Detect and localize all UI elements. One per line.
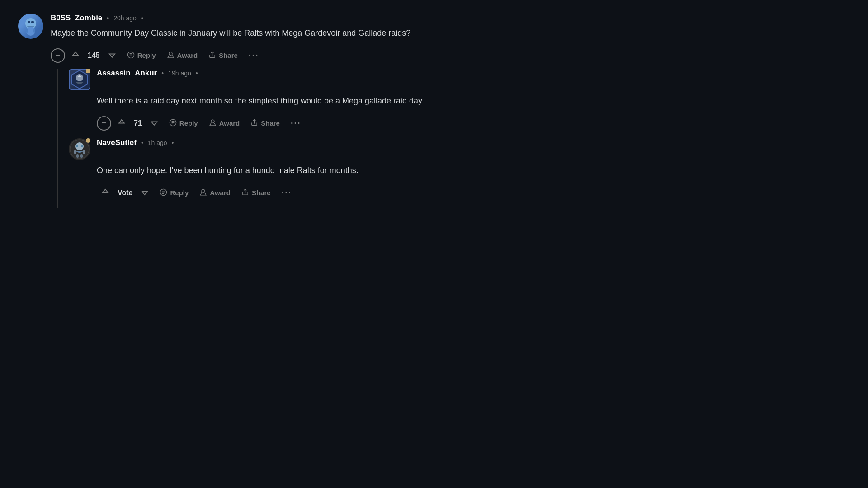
separator: • [107, 14, 109, 22]
replies-section: Assassin_Ankur • 19h ago • Well there is… [51, 69, 615, 208]
share-label: Share [252, 189, 271, 197]
upvote-icon [101, 188, 109, 197]
downvote-icon [108, 51, 116, 60]
comment-header: NaveSutlef • 1h ago • [97, 138, 615, 147]
reply-label: Reply [179, 119, 198, 127]
upvote-button[interactable] [113, 116, 130, 131]
more-button[interactable]: ··· [244, 47, 264, 63]
action-bar: Vote [69, 185, 615, 201]
award-button[interactable]: Award [204, 116, 245, 131]
downvote-icon [150, 118, 158, 128]
award-icon [199, 188, 207, 197]
thread-line [57, 69, 58, 208]
upvote-button[interactable] [67, 48, 84, 63]
award-icon [167, 51, 175, 60]
svg-point-1 [28, 21, 30, 23]
share-button[interactable]: Share [237, 186, 275, 200]
vote-count: 145 [88, 52, 100, 60]
upvote-icon [118, 118, 126, 128]
award-icon [209, 119, 217, 128]
upvote-icon [71, 51, 80, 60]
downvote-button[interactable] [104, 48, 121, 63]
svg-rect-18 [81, 145, 83, 147]
timestamp: 19h ago [168, 70, 191, 77]
minus-icon: − [56, 51, 61, 60]
reply-text: One can only hope. I've been hunting for… [69, 164, 615, 177]
share-label: Share [261, 119, 280, 127]
more-icon: ··· [282, 188, 292, 198]
reply-text: Well there is a raid day next month so t… [69, 95, 615, 107]
reply-label: Reply [137, 52, 156, 59]
share-button[interactable]: Share [246, 116, 284, 131]
reply-header-row: Assassin_Ankur • 19h ago • [69, 69, 615, 90]
svg-point-13 [211, 120, 214, 123]
username: B0SS_Zombie [51, 14, 102, 23]
upvote-button[interactable] [97, 185, 114, 200]
action-bar: − 145 [51, 47, 615, 63]
downvote-icon [141, 188, 149, 197]
comment-header: B0SS_Zombie • 20h ago • [51, 14, 615, 23]
reply-button[interactable]: Reply [155, 186, 193, 200]
avatar-dot [86, 69, 90, 73]
downvote-button[interactable] [146, 116, 163, 131]
username: NaveSutlef [97, 138, 137, 147]
more-button[interactable]: ··· [277, 185, 297, 201]
avatar-dot [86, 138, 90, 143]
comment-text: Maybe the Community Day Classic in Janua… [51, 27, 615, 39]
reply-body: Assassin_Ankur • 19h ago • [97, 69, 615, 82]
root-comment: B0SS_Zombie • 20h ago • Maybe the Commun… [18, 14, 615, 63]
svg-rect-19 [74, 150, 76, 154]
vote-label: Vote [118, 189, 132, 197]
avatar-wrapper [69, 138, 90, 160]
plus-icon: + [102, 118, 107, 128]
share-label: Share [219, 52, 238, 59]
reply-label: Reply [170, 189, 189, 197]
svg-rect-21 [76, 154, 79, 158]
award-button[interactable]: Award [162, 48, 203, 63]
reply-comment: Assassin_Ankur • 19h ago • Well there is… [69, 69, 615, 131]
share-icon [208, 51, 216, 60]
expand-button[interactable]: + [97, 116, 111, 131]
svg-rect-22 [80, 154, 83, 158]
share-icon [241, 188, 249, 197]
timestamp: 20h ago [113, 14, 137, 22]
avatar [18, 14, 43, 39]
collapse-button[interactable]: − [51, 48, 65, 63]
more-button[interactable]: ··· [286, 115, 306, 131]
reply-icon [169, 119, 177, 128]
downvote-button[interactable] [136, 185, 153, 200]
replies-content: Assassin_Ankur • 19h ago • Well there is… [69, 69, 615, 208]
svg-point-2 [31, 21, 34, 23]
reply-header-row: NaveSutlef • 1h ago • [69, 138, 615, 160]
share-icon [250, 119, 258, 128]
reply-comment: NaveSutlef • 1h ago • One can only hope.… [69, 138, 615, 201]
timestamp: 1h ago [148, 139, 167, 146]
comment-thread: B0SS_Zombie • 20h ago • Maybe the Commun… [18, 14, 615, 208]
svg-point-8 [169, 52, 172, 55]
share-button[interactable]: Share [204, 48, 242, 63]
root-comment-body: B0SS_Zombie • 20h ago • Maybe the Commun… [51, 14, 615, 63]
reply-body: NaveSutlef • 1h ago • [97, 138, 615, 152]
svg-rect-17 [76, 145, 78, 147]
svg-rect-20 [83, 150, 85, 154]
reply-button[interactable]: Reply [123, 48, 160, 63]
award-label: Award [177, 52, 198, 59]
vote-count: 71 [134, 119, 142, 127]
svg-rect-6 [33, 29, 35, 33]
action-bar: + 71 [69, 115, 615, 131]
comment-header: Assassin_Ankur • 19h ago • [97, 69, 615, 78]
award-label: Award [210, 189, 231, 197]
reply-icon [160, 188, 167, 197]
reply-button[interactable]: Reply [165, 116, 203, 131]
avatar-wrapper [69, 69, 90, 90]
award-button[interactable]: Award [195, 186, 235, 200]
username: Assassin_Ankur [97, 69, 157, 78]
separator2: • [141, 14, 143, 22]
reply-icon [127, 51, 135, 60]
award-label: Award [219, 119, 240, 127]
more-icon: ··· [249, 50, 259, 61]
svg-rect-5 [26, 29, 28, 33]
thread-line-wrapper: Assassin_Ankur • 19h ago • Well there is… [51, 69, 615, 208]
more-icon: ··· [291, 118, 301, 128]
svg-point-24 [202, 189, 205, 192]
